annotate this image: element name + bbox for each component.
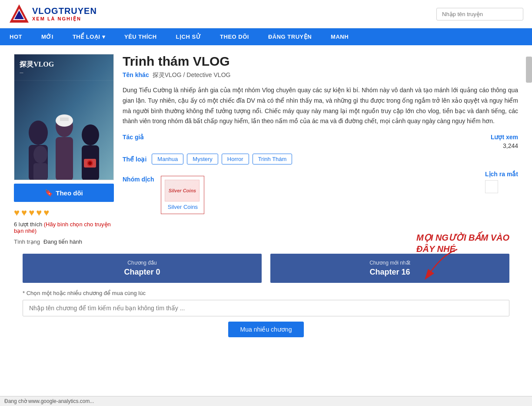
latest-chapter-label: Chương mới nhất <box>279 260 501 266</box>
nav-lichsu[interactable]: LỊCH SỬ <box>166 28 211 45</box>
release-box <box>485 180 498 193</box>
star-2[interactable]: ♥ <box>21 207 27 218</box>
cover-image: 探灵VLOG 一 <box>14 54 114 180</box>
group-section: Nhóm dịch Silver Coins Silver Coins <box>123 176 204 214</box>
views-section: Lượt xem 3,244 <box>491 134 518 149</box>
chapter-buttons: Chương đầu Chapter 0 Chương mới nhất Cha… <box>23 254 509 283</box>
views-count: 3,244 <box>491 142 518 149</box>
status-row: Tình trạng Đang tiến hành <box>14 238 114 245</box>
svg-rect-15 <box>33 163 47 180</box>
follow-btn-label: Theo dõi <box>56 189 83 197</box>
views-label: Lượt xem <box>491 134 518 141</box>
tag-mystery[interactable]: Mystery <box>187 154 218 164</box>
logo-tagline: XEM LÀ NGHIỆN <box>32 16 97 22</box>
svg-point-18 <box>88 161 92 165</box>
bookmark-icon: 🔖 <box>45 189 53 197</box>
group-card[interactable]: Silver Coins Silver Coins <box>161 176 204 214</box>
group-label: Nhóm dịch <box>123 176 154 183</box>
latest-chapter-button[interactable]: Chương mới nhất Chapter 16 <box>270 254 509 283</box>
nav-hot[interactable]: HOT <box>0 28 32 45</box>
chapter-note: * Chọn một hoặc nhiều chương để mua cùng… <box>23 290 509 296</box>
tag-horror[interactable]: Horror <box>222 154 249 164</box>
top-header: VLOGTRUYEN XEM LÀ NGHIỆN <box>0 0 532 28</box>
group-name: Silver Coins <box>168 204 198 210</box>
tag-manhua[interactable]: Manhua <box>152 154 183 164</box>
buy-btn-wrap: Mua nhiều chương <box>23 322 509 337</box>
logo-text: VLOGTRUYEN XEM LÀ NGHIỆN <box>32 6 97 22</box>
status-label: Tình trạng <box>14 238 40 245</box>
manga-description: Dung Tiểu Cường là nhiếp ảnh gia của một… <box>123 85 518 127</box>
star-3[interactable]: ♥ <box>29 207 34 218</box>
author-views-row: Tác giả Lượt xem 3,244 <box>123 134 518 149</box>
first-chapter-value: Chapter 0 <box>31 268 253 277</box>
star-4[interactable]: ♥ <box>36 207 42 218</box>
tag-trinhTham[interactable]: Trinh Thám <box>253 154 293 164</box>
release-section: Lịch ra mắt <box>485 171 518 193</box>
tags-list: Manhua Mystery Horror Trinh Thám <box>152 154 292 164</box>
stars-row: ♥ ♥ ♥ ♥ ♥ <box>14 207 114 218</box>
chapter-search-input[interactable] <box>23 300 509 316</box>
rating-area: ♥ ♥ ♥ ♥ ♥ 6 lượt thích (Hãy bình chọn ch… <box>14 207 114 234</box>
nav-theodoi[interactable]: THEO DÕI <box>210 28 259 45</box>
group-logo: Silver Coins <box>165 180 200 201</box>
scrollbar-indicator[interactable] <box>526 57 532 83</box>
search-input[interactable] <box>436 8 523 20</box>
first-chapter-button[interactable]: Chương đầu Chapter 0 <box>23 254 262 283</box>
group-logo-text: Silver Coins <box>169 188 196 193</box>
nav-theloai[interactable]: THỂ LOẠI <box>63 28 115 45</box>
author-section: Tác giả <box>123 134 144 142</box>
nav-manh[interactable]: MANH <box>321 28 358 45</box>
content-area: 探灵VLOG 一 <box>5 54 527 245</box>
genres-row: Thể loại Manhua Mystery Horror Trinh Thá… <box>123 154 518 164</box>
nav-bar: HOT MỚI THỂ LOẠI YÊU THÍCH LỊCH SỬ THEO … <box>0 28 532 45</box>
star-5[interactable]: ♥ <box>43 207 49 218</box>
logo-name: VLOGTRUYEN <box>32 6 97 16</box>
nav-yeuthich[interactable]: YÊU THÍCH <box>115 28 166 45</box>
rating-count: 6 lượt thích <box>14 221 42 228</box>
alt-name-label: Tên khác <box>123 71 149 79</box>
status-value: Đang tiến hành <box>43 238 82 245</box>
svg-text:一: 一 <box>20 71 23 75</box>
svg-point-12 <box>82 124 99 145</box>
right-panel: Trinh thám VLOG Tên khác 探灵VLOG / Detect… <box>123 54 518 245</box>
nav-dangtruyen[interactable]: ĐĂNG TRUYỆN <box>259 28 321 45</box>
nav-moi[interactable]: MỚI <box>32 28 63 45</box>
manga-title: Trinh thám VLOG <box>123 54 518 69</box>
alt-name-row: Tên khác 探灵VLOG / Detective VLOG <box>123 71 518 79</box>
follow-button[interactable]: 🔖 Theo dõi <box>14 184 114 202</box>
release-label: Lịch ra mắt <box>485 171 518 178</box>
cover-artwork: 探灵VLOG 一 <box>14 54 114 180</box>
svg-text:探灵VLOG: 探灵VLOG <box>19 60 54 68</box>
latest-chapter-value: Chapter 16 <box>279 268 501 277</box>
chapter-search-area: * Chọn một hoặc nhiều chương để mua cùng… <box>14 290 518 346</box>
genre-label: Thể loại <box>123 156 146 163</box>
first-chapter-label: Chương đầu <box>31 260 253 266</box>
star-1[interactable]: ♥ <box>14 207 20 218</box>
logo-icon <box>9 3 30 24</box>
group-release-row: Nhóm dịch Silver Coins Silver Coins Lịch… <box>123 171 518 214</box>
rating-text: 6 lượt thích (Hãy bình chọn cho truyện b… <box>14 221 114 234</box>
alt-name-value: 探灵VLOG / Detective VLOG <box>153 71 231 79</box>
svg-rect-11 <box>60 117 69 121</box>
chapter-section: MỌI NGƯỜI BẤM VÀO ĐÂY NHÉ Chương đầu Cha… <box>14 254 518 283</box>
svg-point-6 <box>29 121 48 145</box>
svg-point-14 <box>33 146 47 163</box>
buy-many-button[interactable]: Mua nhiều chương <box>228 322 304 337</box>
author-label: Tác giả <box>123 134 144 141</box>
svg-rect-9 <box>56 137 73 180</box>
left-panel: 探灵VLOG 一 <box>14 54 114 245</box>
logo-area: VLOGTRUYEN XEM LÀ NGHIỆN <box>9 3 97 24</box>
